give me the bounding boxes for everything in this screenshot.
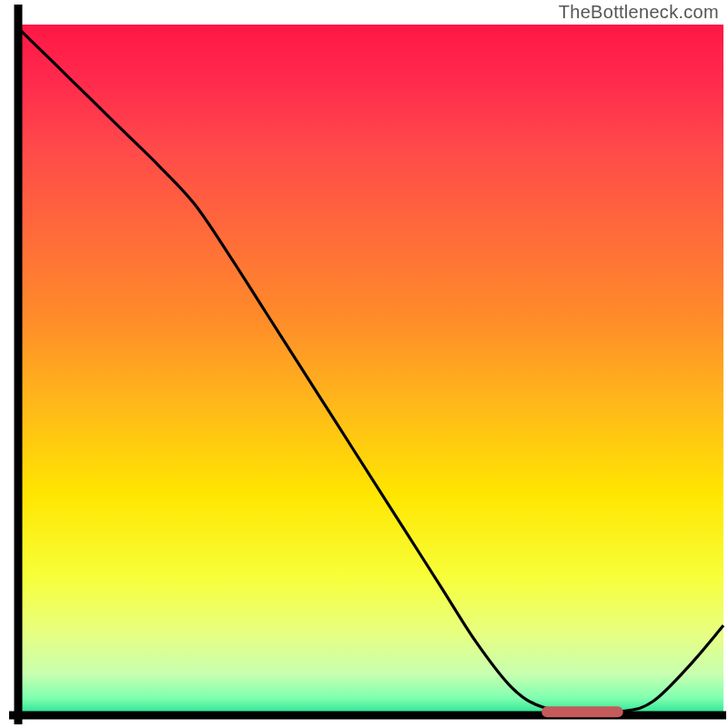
bottleneck-chart [0,0,728,728]
chart-container: TheBottleneck.com [0,0,728,728]
watermark-text: TheBottleneck.com [559,2,719,23]
plot-background [18,25,723,715]
